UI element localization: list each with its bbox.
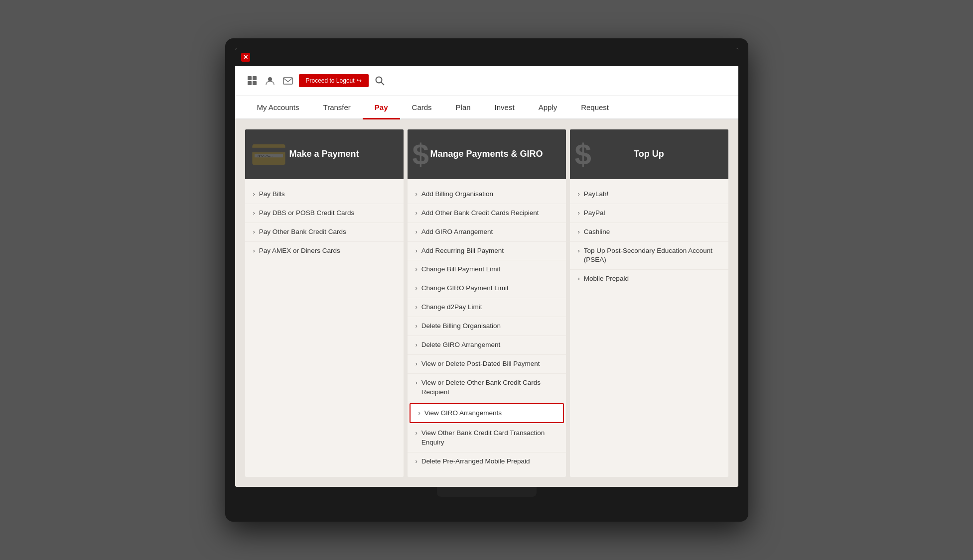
chevron-icon: › (416, 303, 417, 311)
chevron-icon: › (578, 228, 580, 235)
paylah-item[interactable]: › PayLah! (570, 185, 728, 204)
svg-rect-1 (253, 76, 257, 80)
screen: ✕ (235, 48, 738, 487)
user-icon[interactable] (263, 74, 277, 88)
view-delete-postdated-item[interactable]: › View or Delete Post-Dated Bill Payment (408, 355, 566, 374)
chevron-icon: › (416, 209, 417, 217)
chevron-icon: › (253, 228, 255, 235)
columns-container: Make a Payment › Pay Bills › Pay DBS or … (245, 129, 728, 477)
mobile-prepaid-item[interactable]: › Mobile Prepaid (570, 270, 728, 288)
view-giro-arrangements-item[interactable]: › View GIRO Arrangements (410, 403, 564, 424)
pay-dbs-posb-item[interactable]: › Pay DBS or POSB Credit Cards (245, 204, 404, 223)
chevron-icon: › (416, 360, 417, 367)
delete-giro-arrangement-item[interactable]: › Delete GIRO Arrangement (408, 336, 566, 355)
add-recurring-bill-item[interactable]: › Add Recurring Bill Payment (408, 242, 566, 261)
tab-apply[interactable]: Apply (527, 96, 569, 118)
delete-billing-org-item[interactable]: › Delete Billing Organisation (408, 317, 566, 336)
add-billing-org-item[interactable]: › Add Billing Organisation (408, 185, 566, 204)
chevron-icon: › (253, 247, 255, 254)
svg-point-4 (268, 77, 272, 81)
chevron-icon: › (416, 265, 417, 273)
make-payment-column: Make a Payment › Pay Bills › Pay DBS or … (245, 129, 404, 477)
tab-transfer[interactable]: Transfer (311, 96, 363, 118)
chevron-icon: › (253, 209, 255, 217)
chevron-icon: › (416, 341, 417, 348)
make-payment-header: Make a Payment (245, 129, 404, 179)
svg-rect-2 (248, 81, 252, 85)
svg-rect-3 (253, 81, 257, 85)
monitor: ✕ (225, 38, 748, 522)
manage-payments-header: Manage Payments & GIRO (408, 129, 566, 179)
chevron-icon: › (578, 209, 580, 217)
add-other-bank-cc-item[interactable]: › Add Other Bank Credit Cards Recipient (408, 204, 566, 223)
change-bill-limit-item[interactable]: › Change Bill Payment Limit (408, 260, 566, 279)
delete-prearranged-mobile-item[interactable]: › Delete Pre-Arranged Mobile Prepaid (408, 452, 566, 471)
chevron-icon: › (578, 247, 580, 254)
pay-amex-diners-item[interactable]: › Pay AMEX or Diners Cards (245, 242, 404, 260)
chevron-icon: › (416, 457, 417, 465)
top-up-menu: › PayLah! › PayPal › Cashline › (570, 179, 728, 294)
chevron-icon: › (416, 379, 417, 386)
chevron-icon: › (416, 190, 417, 198)
tab-pay[interactable]: Pay (363, 96, 400, 118)
content-area: Make a Payment › Pay Bills › Pay DBS or … (235, 119, 738, 487)
tab-request[interactable]: Request (569, 96, 621, 118)
make-payment-menu: › Pay Bills › Pay DBS or POSB Credit Car… (245, 179, 404, 266)
view-other-bank-cc-transaction-item[interactable]: › View Other Bank Credit Card Transactio… (408, 424, 566, 452)
change-d2pay-limit-item[interactable]: › Change d2Pay Limit (408, 298, 566, 317)
mail-icon[interactable] (281, 74, 295, 88)
chevron-icon: › (578, 190, 580, 198)
close-button[interactable]: ✕ (241, 53, 250, 62)
top-up-column: Top Up › PayLah! › PayPal › C (570, 129, 728, 477)
chevron-icon: › (416, 247, 417, 254)
chevron-icon: › (416, 284, 417, 292)
nav-icons: Proceed to Logout ↪ (245, 74, 387, 88)
manage-payments-column: Manage Payments & GIRO › Add Billing Org… (408, 129, 566, 477)
tab-invest[interactable]: Invest (483, 96, 527, 118)
grid-icon[interactable] (245, 74, 259, 88)
change-giro-limit-item[interactable]: › Change GIRO Payment Limit (408, 279, 566, 298)
svg-rect-0 (248, 76, 252, 80)
paypal-item[interactable]: › PayPal (570, 204, 728, 223)
pay-bills-item[interactable]: › Pay Bills (245, 185, 404, 204)
chevron-icon: › (416, 228, 417, 235)
tab-plan[interactable]: Plan (444, 96, 483, 118)
navbar: Proceed to Logout ↪ (235, 66, 738, 96)
logout-button[interactable]: Proceed to Logout ↪ (299, 74, 369, 87)
svg-rect-5 (283, 78, 292, 84)
chevron-icon: › (416, 429, 417, 437)
search-icon[interactable] (373, 74, 387, 88)
chevron-icon: › (416, 322, 417, 330)
chevron-icon: › (578, 275, 580, 282)
add-giro-arrangement-item[interactable]: › Add GIRO Arrangement (408, 223, 566, 242)
tab-cards[interactable]: Cards (400, 96, 444, 118)
chevron-icon: › (253, 190, 255, 198)
navigation-tabs: My Accounts Transfer Pay Cards Plan Inve… (235, 96, 738, 119)
chevron-icon: › (418, 409, 420, 417)
top-up-header: Top Up (570, 129, 728, 179)
view-delete-other-bank-cc-item[interactable]: › View or Delete Other Bank Credit Cards… (408, 374, 566, 402)
monitor-stand (437, 487, 537, 497)
top-up-psea-item[interactable]: › Top Up Post-Secondary Education Accoun… (570, 242, 728, 270)
manage-payments-menu: › Add Billing Organisation › Add Other B… (408, 179, 566, 477)
svg-line-7 (381, 82, 384, 85)
pay-other-bank-item[interactable]: › Pay Other Bank Credit Cards (245, 223, 404, 242)
titlebar: ✕ (235, 48, 738, 66)
svg-point-6 (376, 77, 382, 83)
cashline-item[interactable]: › Cashline (570, 223, 728, 242)
tab-my-accounts[interactable]: My Accounts (245, 96, 311, 118)
